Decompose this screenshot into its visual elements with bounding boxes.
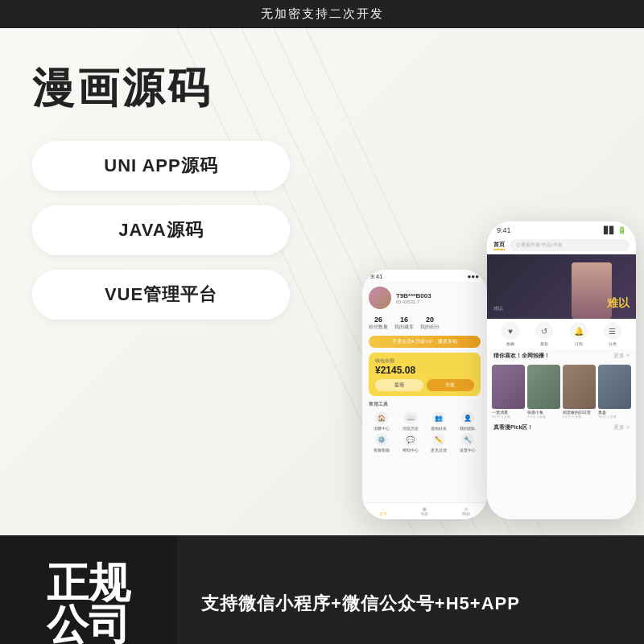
- phone-right-screen: 9:41 ▊▊ 🔋 首页 Q 搜索作者/作品/书名 难以 难以 ♥: [487, 221, 636, 519]
- section-recommend: 猜你喜欢！全网独播！ 更多 >: [487, 349, 636, 362]
- bottom-right: 支持微信小程序+微信公众号+H5+APP: [177, 535, 644, 644]
- collect-icon: ♥: [502, 322, 519, 340]
- tool-service[interactable]: ⚙️ 客服客服: [369, 433, 395, 452]
- wallet-section: 钱包余额 ¥2145.08 提现 充值: [369, 353, 481, 396]
- time-right: 9:41: [497, 226, 511, 234]
- profile-section: T9B***B003 ID:42631.7: [369, 287, 481, 309]
- tool-feedback[interactable]: ✏️ 意见反馈: [426, 433, 452, 452]
- nav-icon-subscribe[interactable]: 🔔 订阅: [570, 322, 588, 346]
- feature-vue: VUE管理平台: [32, 270, 290, 320]
- stats-row: 26 粉丝数量 16 我的藏库 20 我的积分: [369, 316, 481, 331]
- banner-label: 难以: [493, 305, 503, 312]
- tool-history[interactable]: 📖 浏览历史: [398, 411, 424, 431]
- manga-thumb-3: [598, 365, 631, 409]
- manga-thumb-0: [492, 365, 525, 409]
- section-recommend2: 真香漫Pick区！ 更多 >: [487, 421, 636, 434]
- search-bar[interactable]: Q 搜索作者/作品/书名: [510, 239, 630, 251]
- tools-label: 常用工具: [369, 401, 481, 408]
- status-bar-left: 9:41 ●●●: [362, 270, 487, 282]
- phone-right: 9:41 ▊▊ 🔋 首页 Q 搜索作者/作品/书名 难以 难以 ♥: [487, 221, 636, 519]
- bottom-nav-left: ⌂ 首页 ▦ 书架 ◎ 我的: [362, 502, 487, 519]
- nav-shelf[interactable]: ▦ 书架: [420, 506, 428, 516]
- top-banner-text: 无加密支持二次开发: [261, 6, 384, 20]
- manga-card-1[interactable]: 张愿小角 4.2万·人在看: [527, 365, 560, 419]
- nav-mine[interactable]: ◎ 我的: [462, 506, 470, 516]
- nav-home[interactable]: ⌂ 首页: [379, 506, 387, 516]
- manga-card-0[interactable]: 一觉清晨 6.9万·人在看: [492, 365, 525, 419]
- withdraw-btn[interactable]: 提现: [375, 379, 423, 391]
- profile-info: T9B***B003 ID:42631.7: [396, 292, 431, 304]
- feature-java: JAVA源码: [32, 205, 290, 255]
- manga-card-2[interactable]: 招老板的归日堂 3.1万·人在看: [563, 365, 596, 419]
- signal-left: ●●●: [468, 273, 480, 280]
- phone-right-nav: 首页 Q 搜索作者/作品/书名: [487, 237, 636, 254]
- tool-help-icon: 💬: [404, 433, 417, 446]
- status-bar-right: 9:41 ▊▊ 🔋: [487, 221, 636, 237]
- manga-thumb-2: [563, 365, 596, 409]
- banner-figure: [572, 262, 612, 319]
- tool-friends-icon: 👥: [432, 411, 445, 424]
- tools-grid: 🏠 消费中心 📖 浏览历史 👥 漫画好友 👤: [369, 411, 481, 452]
- manga-grid: 一觉清晨 6.9万·人在看 张愿小角 4.2万·人在看 招老板的归日堂 3.1万…: [487, 362, 636, 421]
- bottom-section: 正规 公司 支持微信小程序+微信公众号+H5+APP: [0, 535, 644, 644]
- nav-icon-category[interactable]: ☰ 分类: [604, 322, 621, 346]
- main-area: 漫画源码 UNI APP源码 JAVA源码 VUE管理平台 9:41 ●●● T…: [0, 28, 644, 535]
- phone-left: 9:41 ●●● T9B***B003 ID:42631.7 26: [362, 270, 487, 519]
- manga-thumb-1: [527, 365, 560, 409]
- company-title: 正规 公司: [47, 562, 130, 644]
- nav-icon-latest[interactable]: ↺ 最新: [535, 322, 553, 346]
- bottom-left: 正规 公司: [0, 535, 177, 644]
- tool-consume[interactable]: 🏠 消费中心: [369, 411, 395, 431]
- stat-fans: 26 粉丝数量: [369, 316, 388, 331]
- stat-points: 20 我的积分: [420, 316, 440, 331]
- tool-feedback-icon: ✏️: [432, 433, 445, 446]
- manga-card-3[interactable]: 奥盎 2.8万·人在看: [598, 365, 631, 419]
- profile-id: ID:42631.7: [396, 299, 431, 304]
- subscribe-icon: 🔔: [570, 322, 588, 340]
- banner-title: 难以: [607, 296, 630, 311]
- tool-service-icon: ⚙️: [375, 433, 388, 446]
- category-icon: ☰: [604, 322, 621, 340]
- vip-button[interactable]: 开通会员♥ 升级VIP，赚更多钱: [369, 336, 481, 348]
- tool-history-icon: 📖: [404, 411, 417, 424]
- nav-icon-collect[interactable]: ♥ 收藏: [502, 322, 519, 346]
- phone-left-content: T9B***B003 ID:42631.7 26 粉丝数量 16 我的藏库: [362, 282, 487, 502]
- banner-image: 难以 难以: [487, 254, 636, 319]
- avatar: [369, 287, 391, 309]
- latest-icon: ↺: [535, 322, 553, 340]
- recharge-btn[interactable]: 充值: [427, 379, 475, 391]
- wallet-buttons: 提现 充值: [375, 379, 474, 391]
- nav-icons-row: ♥ 收藏 ↺ 最新 🔔 订阅 ☰ 分类: [487, 319, 636, 349]
- time-left: 9:41: [370, 273, 383, 280]
- tool-help[interactable]: 💬 帮助中心: [398, 433, 424, 452]
- right-panel: 9:41 ●●● T9B***B003 ID:42631.7 26: [338, 28, 644, 535]
- top-banner: 无加密支持二次开发: [0, 0, 644, 28]
- profile-name: T9B***B003: [396, 292, 431, 299]
- stat-library: 16 我的藏库: [394, 316, 414, 331]
- tab-home[interactable]: 首页: [493, 241, 505, 250]
- tool-settings[interactable]: 🔧 设置中心: [455, 433, 481, 452]
- left-panel: 漫画源码 UNI APP源码 JAVA源码 VUE管理平台: [0, 28, 338, 535]
- tool-team-icon: 👤: [461, 411, 474, 424]
- feature-uni: UNI APP源码: [32, 141, 290, 191]
- main-title: 漫画源码: [32, 60, 306, 117]
- signal-right: ▊▊ 🔋: [604, 226, 626, 234]
- support-text: 支持微信小程序+微信公众号+H5+APP: [201, 592, 620, 616]
- tool-settings-icon: 🔧: [461, 433, 474, 446]
- tool-friends[interactable]: 👥 漫画好友: [426, 411, 452, 431]
- tool-consume-icon: 🏠: [375, 411, 388, 424]
- phone-left-screen: 9:41 ●●● T9B***B003 ID:42631.7 26: [362, 270, 487, 519]
- tool-team[interactable]: 👤 我的团队: [455, 411, 481, 431]
